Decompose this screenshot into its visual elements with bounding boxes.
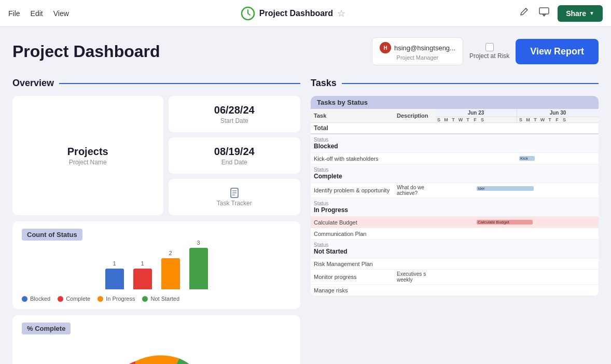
legend-inprogress-dot (98, 296, 103, 302)
bar-inprogress: 2 (161, 250, 180, 289)
share-button[interactable]: Share ▼ (558, 5, 603, 22)
task-tracker-card[interactable]: Task Tracker (169, 179, 301, 215)
task-identify-gantt: Ider (435, 183, 599, 198)
legend-complete: Complete (58, 296, 90, 302)
gauge-svg: 14% 14% 29% 43% (89, 347, 224, 364)
tasks-column: Tasks Tasks by Status Task Description (311, 78, 599, 364)
tasks-section-line (342, 83, 599, 84)
menu-bar: File Edit View Project Dashboard ☆ Share… (0, 0, 611, 27)
bar-inprogress-count: 2 (169, 250, 172, 256)
tasks-header-bar: Tasks by Status (311, 96, 599, 109)
gantt-body: Total Status Blocked (311, 123, 599, 296)
svg-rect-1 (539, 8, 549, 14)
task-budget-row: Calculate Budget Calculate Budget (311, 217, 599, 228)
task-kickoff-name: Kick-off with stakeholders (311, 153, 394, 164)
bar-blocked-bar (105, 269, 124, 289)
task-monitor-gantt (435, 270, 599, 285)
bar-notstarted-bar (189, 248, 208, 289)
edit-icon-btn[interactable] (517, 5, 531, 21)
menu-view[interactable]: View (53, 9, 69, 18)
task-riskplan-gantt (435, 258, 599, 270)
bar-complete-count: 1 (141, 260, 144, 267)
total-desc-cell (394, 123, 435, 134)
star-icon[interactable]: ☆ (337, 8, 345, 19)
task-riskplan-name: Risk Management Plan (311, 258, 394, 270)
status-inprogress-row: Status In Progress (311, 198, 599, 217)
gantt-table: Task Description Jun 23 S M (311, 109, 599, 296)
status-blocked-row: Status Blocked (311, 134, 599, 153)
risk-badge: Project at Risk (469, 43, 509, 60)
user-role: Project Manager (397, 54, 439, 61)
main-content: Project Dashboard H hsing@hsingtseng... … (0, 27, 611, 364)
legend-blocked-dot (22, 296, 27, 302)
task-monitor-name: Monitor progress (311, 270, 394, 285)
projects-card: Projects Project Name (12, 96, 163, 215)
risk-label: Project at Risk (469, 52, 509, 60)
user-badge[interactable]: H hsing@hsingtseng... Project Manager (372, 37, 463, 65)
task-riskplan-desc (394, 258, 435, 270)
avatar: H (380, 42, 391, 53)
projects-label: Project Name (69, 159, 107, 166)
dashboard-grid: Overview Projects Project Name 06/28/24 … (12, 78, 599, 364)
task-monitor-desc: Executives s weekly (394, 270, 435, 285)
end-date-value: 08/19/24 (214, 146, 255, 158)
total-task-cell: Total (311, 123, 394, 134)
task-identify-name: Identify problem & opportunity (311, 183, 394, 198)
total-row: Total (311, 123, 599, 134)
menu-edit[interactable]: Edit (31, 9, 43, 18)
bar-notstarted-count: 3 (197, 240, 200, 246)
header-right: H hsing@hsingtseng... Project Manager Pr… (372, 37, 599, 65)
page-title: Project Dashboard (12, 42, 160, 61)
end-date-label: End Date (221, 159, 247, 166)
task-budget-name: Calculate Budget (311, 217, 394, 228)
status-notstarted-cell: Status Not Started (311, 240, 599, 258)
start-date-card: 06/28/24 Start Date (169, 96, 301, 132)
bar-inprogress-bar (161, 258, 180, 289)
end-date-card: 08/19/24 End Date (169, 137, 301, 174)
tasks-title: Tasks (311, 78, 337, 89)
view-report-button[interactable]: View Report (516, 39, 599, 64)
bar-blocked-count: 1 (113, 260, 116, 267)
overview-section-line (59, 83, 300, 84)
col-gantt-header: Jun 23 S M T W T F (435, 109, 599, 123)
task-commplan-desc (394, 228, 435, 240)
task-commplan-name: Communication Plan (311, 228, 394, 240)
bar-chart-area: 1 1 2 3 (22, 248, 291, 289)
clock-icon (241, 6, 255, 21)
status-notstarted-row: Status Not Started (311, 240, 599, 258)
gauge-chart-area: 14% 14% 29% 43% (22, 342, 291, 364)
task-kickoff-gantt: Kick (435, 153, 599, 164)
start-date-label: Start Date (220, 117, 248, 124)
legend-complete-dot (58, 296, 63, 302)
bar-complete: 1 (133, 260, 152, 289)
task-commplan-gantt (435, 228, 599, 240)
bar-legend: Blocked Complete In Progress Not Started (22, 296, 291, 302)
bar-blocked: 1 (105, 260, 124, 289)
legend-notstarted: Not Started (142, 296, 179, 302)
legend-complete-label: Complete (66, 296, 90, 302)
risk-checkbox[interactable] (485, 43, 494, 51)
status-complete-row: Status Complete (311, 164, 599, 183)
task-managerisks-gantt (435, 285, 599, 296)
task-kickoff-row: Kick-off with stakeholders Kick (311, 153, 599, 164)
share-caret-icon: ▼ (589, 10, 594, 16)
task-identify-row: Identify problem & opportunity What do w… (311, 183, 599, 198)
present-icon-btn[interactable] (537, 5, 551, 21)
gantt-header-row: Task Description Jun 23 S M (311, 109, 599, 123)
overview-title: Overview (12, 78, 54, 89)
task-budget-gantt: Calculate Budget (435, 217, 599, 228)
task-identify-desc: What do we achieve? (394, 183, 435, 198)
task-monitor-row: Monitor progress Executives s weekly (311, 270, 599, 285)
bar-complete-bar (133, 269, 152, 289)
task-commplan-row: Communication Plan (311, 228, 599, 240)
document-icon (229, 187, 240, 199)
gauge-chart-card: % Complete (12, 315, 300, 364)
tasks-section-header: Tasks (311, 78, 599, 89)
legend-notstarted-label: Not Started (150, 296, 179, 302)
legend-blocked: Blocked (22, 296, 50, 302)
menu-bar-center: Project Dashboard ☆ (81, 6, 505, 21)
user-badge-inner: H hsing@hsingtseng... (380, 42, 455, 53)
legend-inprogress: In Progress (98, 296, 135, 302)
menu-file[interactable]: File (8, 9, 20, 18)
legend-notstarted-dot (142, 296, 148, 302)
